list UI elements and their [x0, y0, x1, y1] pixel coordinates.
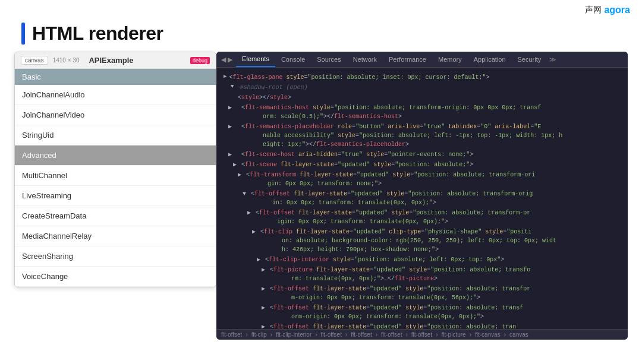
sidebar-item-voice-change[interactable]: VoiceChange — [15, 267, 216, 287]
breadcrumb-item[interactable]: flt-offset — [351, 331, 372, 338]
code-line: ▼ #shadow-root (open) — [224, 83, 621, 93]
devtools-tabbar: ◀ ▶ Elements Console Sources Network Per… — [216, 52, 628, 68]
browser-window: canvas 1410 × 30 APIExample debug Basic … — [14, 52, 216, 287]
code-line: ▶ <flt-offset flt-layer-state="updated" … — [224, 303, 621, 322]
debug-badge: debug — [190, 57, 210, 64]
code-line: ▶ <flt-semantics-placeholder role="butto… — [224, 122, 621, 150]
breadcrumb-sep: › — [405, 331, 407, 338]
code-line: ▶ <flt-offset flt-layer-state="updated" … — [224, 208, 621, 227]
sidebar-nav: Basic JoinChannelAudio JoinChannelVideo … — [15, 69, 216, 287]
breadcrumb-sep: › — [270, 331, 272, 338]
nav-section-label: Basic — [15, 69, 216, 85]
breadcrumb-item[interactable]: flt-offset — [321, 331, 342, 338]
code-line: ▶ <flt-clip-interior style="position: ab… — [224, 255, 621, 265]
agora-logo: 声网 agora — [585, 5, 630, 15]
page-title: HTML renderer — [32, 23, 163, 45]
sidebar-item-create-stream-data[interactable]: CreateStreamData — [15, 206, 216, 226]
code-line: ▶ <flt-clip flt-layer-state="updated" cl… — [224, 227, 621, 255]
sidebar-item-multi-channel[interactable]: MultiChannel — [15, 166, 216, 186]
breadcrumb-sep: › — [246, 331, 247, 338]
code-line: <style></style> — [224, 93, 621, 103]
breadcrumb-sep: › — [345, 331, 347, 338]
breadcrumb-sep: › — [470, 331, 471, 338]
tab-sources[interactable]: Sources — [311, 52, 347, 67]
breadcrumb-item[interactable]: flt-clip — [251, 331, 267, 338]
top-bar: 声网 agora — [0, 0, 642, 20]
breadcrumb-item[interactable]: canvas — [509, 331, 528, 338]
code-line: ▶ <flt-offset flt-layer-state="updated" … — [224, 322, 621, 329]
tab-performance[interactable]: Performance — [383, 52, 432, 67]
breadcrumb-sep: › — [436, 331, 438, 338]
canvas-badge: canvas — [21, 56, 48, 65]
logo-prefix: 声网 — [585, 5, 602, 15]
logo-brand: agora — [604, 5, 630, 15]
sidebar-item-advanced[interactable]: Advanced — [15, 145, 216, 166]
breadcrumb-item[interactable]: flt-canvas — [475, 331, 501, 338]
tab-elements[interactable]: Elements — [236, 52, 275, 67]
breadcrumb-item[interactable]: flt-offset — [381, 331, 402, 338]
expand-arrow: ▶ — [224, 73, 226, 81]
sidebar-item-screen-sharing[interactable]: ScreenSharing — [15, 246, 216, 267]
tab-security[interactable]: Security — [512, 52, 547, 67]
tab-application[interactable]: Application — [468, 52, 512, 67]
breadcrumb-sep: › — [376, 331, 377, 338]
breadcrumb-sep: › — [504, 331, 506, 338]
breadcrumb-item[interactable]: flt-offset — [411, 331, 432, 338]
tab-console[interactable]: Console — [275, 52, 311, 67]
sidebar-item-join-channel-audio[interactable]: JoinChannelAudio — [15, 85, 216, 105]
code-line: ▼ <flt-offset flt-layer-state="updated" … — [224, 189, 621, 208]
code-panel: ▶ <flt-glass-pane style="position: absol… — [216, 68, 628, 329]
code-line: ▶ <flt-offset flt-layer-state="updated" … — [224, 284, 621, 303]
sidebar-item-media-channel-relay[interactable]: MediaChannelRelay — [15, 226, 216, 246]
code-line: ▶ <flt-glass-pane style="position: absol… — [224, 72, 621, 83]
code-line: ▶ <flt-picture flt-layer-state="updated"… — [224, 265, 621, 284]
code-line: ▶ <flt-scene flt-layer-state="updated" s… — [224, 160, 621, 170]
browser-titlebar: canvas 1410 × 30 APIExample debug — [15, 52, 216, 69]
breadcrumb-item[interactable]: flt-picture — [442, 331, 466, 338]
devtools-panel: ◀ ▶ Elements Console Sources Network Per… — [216, 52, 628, 340]
canvas-dims: 1410 × 30 — [53, 57, 80, 64]
breadcrumb-item[interactable]: flt-clip-interior — [276, 331, 311, 338]
left-panel: canvas 1410 × 30 APIExample debug Basic … — [14, 52, 216, 340]
main-content: canvas 1410 × 30 APIExample debug Basic … — [0, 52, 642, 340]
code-line: ▶ <flt-semantics-host style="position: a… — [224, 103, 621, 122]
tab-network[interactable]: Network — [347, 52, 383, 67]
app-title-label: APIExample — [89, 56, 133, 65]
devtools-breadcrumb: flt-offset › flt-clip › flt-clip-interio… — [216, 329, 628, 340]
sidebar-item-join-channel-video[interactable]: JoinChannelVideo — [15, 105, 216, 125]
code-line: ▶ <flt-transform flt-layer-state="update… — [224, 170, 621, 189]
breadcrumb-sep: › — [315, 331, 317, 338]
tab-memory[interactable]: Memory — [432, 52, 468, 67]
sidebar-item-string-uid[interactable]: StringUid — [15, 125, 216, 145]
breadcrumb-item[interactable]: flt-offset — [221, 331, 242, 338]
sidebar-item-live-streaming[interactable]: LiveStreaming — [15, 186, 216, 206]
code-line: ▶ <flt-scene-host aria-hidden="true" sty… — [224, 150, 621, 160]
